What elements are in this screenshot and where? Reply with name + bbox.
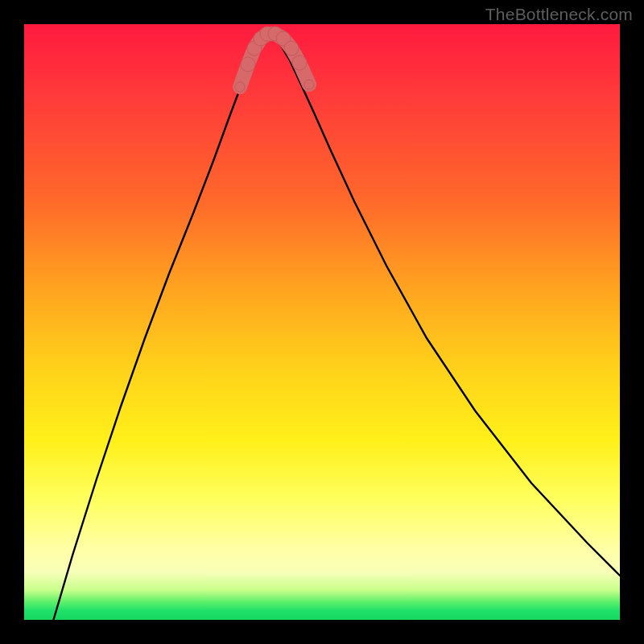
highlight-marker (284, 41, 299, 56)
highlight-band (235, 27, 314, 92)
highlight-marker (304, 80, 314, 89)
watermark-text: TheBottleneck.com (485, 5, 633, 24)
outer-frame: TheBottleneck.com (0, 0, 644, 644)
highlight-marker (235, 82, 245, 92)
highlight-marker (241, 57, 255, 72)
chart-svg (24, 24, 620, 620)
highlight-marker (292, 56, 307, 70)
plot-area (24, 24, 620, 620)
bottleneck-curve (52, 34, 620, 624)
